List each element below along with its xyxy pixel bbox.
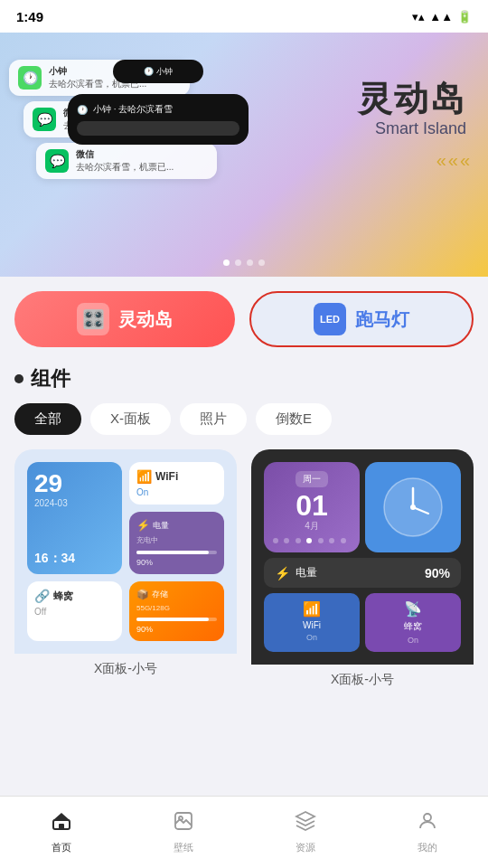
storage-icon: 📦 xyxy=(136,589,149,600)
w2-battery-row: ⚡ 电量 90% xyxy=(264,558,461,588)
w1-wifi-status: On xyxy=(136,487,217,497)
w1-storage-val: 90% xyxy=(136,625,217,634)
resources-icon xyxy=(295,810,316,837)
w2-battery-pct: 90% xyxy=(425,566,450,580)
nav-label-wallpaper: 壁纸 xyxy=(174,841,193,854)
w1-power-cell: ⚡ 电量 充电中 90% xyxy=(129,512,224,574)
w2-month: 4月 xyxy=(305,520,319,533)
dot-3 xyxy=(247,259,253,266)
w1-progress xyxy=(136,551,217,554)
marquee-label: 跑马灯 xyxy=(355,307,409,332)
filter-tab-all[interactable]: 全部 xyxy=(14,403,81,435)
svg-rect-5 xyxy=(59,824,64,829)
dot-4 xyxy=(258,259,265,266)
w2-wifi-bee-row: 📶 WiFi On 📡 蜂窝 On xyxy=(264,593,461,652)
notif-icon-wechat2: 💬 xyxy=(45,149,69,173)
di-progress xyxy=(77,121,239,136)
status-icons: ▾▴ ▲▲ 🔋 xyxy=(412,10,472,24)
status-bar: 1:49 ▾▴ ▲▲ 🔋 xyxy=(0,0,488,33)
w1-date: 2024-03 xyxy=(34,498,115,508)
dot-2 xyxy=(235,259,241,266)
widget-grid: 29 2024-03 16：34 📶 WiFi On xyxy=(0,449,488,706)
w2-calendar: 周一 01 4月 xyxy=(264,462,360,552)
w1-wifi-cell: 📶 WiFi On xyxy=(129,462,224,505)
banner-arrows: « « « xyxy=(436,150,470,171)
w1-bee-label: 蜂窝 xyxy=(53,590,73,603)
filter-tab-photo[interactable]: 照片 xyxy=(180,403,247,435)
w2-day: 01 xyxy=(296,491,328,520)
w1-wifi-label: WiFi xyxy=(155,470,178,483)
w2-bee-status: On xyxy=(408,636,418,645)
smart-island-icon: 🎛️ xyxy=(77,303,109,335)
nav-item-wallpaper[interactable]: 壁纸 xyxy=(158,807,209,858)
w2-clock xyxy=(365,462,461,552)
bottom-nav: 首页 壁纸 资源 我的 xyxy=(0,796,488,868)
w1-bee-cell: 🔗 蜂窝 Off xyxy=(27,581,122,641)
widget-card-light[interactable]: 29 2024-03 16：34 📶 WiFi On xyxy=(14,449,237,692)
nav-label-resources: 资源 xyxy=(296,841,315,854)
banner-content: 🕐 小钟 去哈尔滨看雪，机票已... 💬 微信 去哈尔滨看雪，机票已... 💬 … xyxy=(0,33,488,277)
marquee-button[interactable]: LED 跑马灯 xyxy=(249,291,474,347)
section-header: 组件 xyxy=(0,362,488,403)
notif-card-3: 💬 微信 去哈尔滨看雪，机票已... xyxy=(36,143,217,179)
w2-battery-label: ⚡ 电量 xyxy=(275,565,317,580)
w1-bee-status: Off xyxy=(34,607,115,617)
section-title: 组件 xyxy=(31,365,70,392)
w1-row2: 🔗 蜂窝 Off 📦 存储 55G/128G 90% xyxy=(27,581,224,641)
home-icon xyxy=(51,810,72,837)
nav-item-home[interactable]: 首页 xyxy=(36,807,87,858)
widget-dark-inner: 周一 01 4月 xyxy=(251,449,474,665)
w2-wifi-label: WiFi xyxy=(303,620,321,630)
bee-icon: 🔗 xyxy=(34,589,50,603)
feature-buttons: 🎛️ 灵动岛 LED 跑马灯 xyxy=(0,277,488,362)
di-expanded: 🕐小钟 · 去哈尔滨看雪 xyxy=(68,94,249,145)
w1-storage-progress xyxy=(136,618,217,621)
dot-1 xyxy=(223,259,230,266)
arrow-icon-3: « xyxy=(460,150,470,171)
w1-storage-fill xyxy=(136,618,209,621)
w1-charging: 充电中 xyxy=(136,535,217,545)
notif-text-3: 微信 去哈尔滨看雪，机票已... xyxy=(76,148,174,174)
w1-date-cell: 29 2024-03 16：34 xyxy=(27,462,122,574)
banner-dots xyxy=(223,259,265,266)
status-time: 1:49 xyxy=(16,9,43,24)
section-dot xyxy=(14,374,23,383)
banner: 🕐 小钟 去哈尔滨看雪，机票已... 💬 微信 去哈尔滨看雪，机票已... 💬 … xyxy=(0,33,488,277)
nav-item-resources[interactable]: 资源 xyxy=(280,807,331,858)
w1-power-label: 电量 xyxy=(153,520,169,532)
widget-light-inner: 29 2024-03 16：34 📶 WiFi On xyxy=(14,449,237,654)
di-demo: 🕐 小钟 🕐小钟 · 去哈尔滨看雪 xyxy=(9,60,307,145)
svg-point-3 xyxy=(410,505,416,510)
w1-storage-cell: 📦 存储 55G/128G 90% xyxy=(129,581,224,641)
widget-label-2: X面板-小号 xyxy=(251,665,474,692)
w2-top-row: 周一 01 4月 xyxy=(264,462,461,552)
widget-label-1: X面板-小号 xyxy=(14,654,237,681)
nav-label-home: 首页 xyxy=(52,841,71,854)
led-icon: LED xyxy=(314,303,346,335)
smart-island-label: 灵动岛 xyxy=(118,307,173,332)
smart-island-button[interactable]: 🎛️ 灵动岛 xyxy=(14,291,235,347)
w2-mini-cal xyxy=(273,538,351,543)
arrow-icon-1: « xyxy=(436,150,446,171)
signal-icon: ▲▲ xyxy=(429,10,453,24)
w1-progress-fill xyxy=(136,551,209,554)
w2-bee-label: 蜂窝 xyxy=(404,620,422,633)
clock-svg xyxy=(381,476,445,539)
led-text: LED xyxy=(320,314,340,325)
filter-tab-xpanel[interactable]: X-面板 xyxy=(90,403,171,435)
wifi-icon: ▾▴ xyxy=(412,10,425,24)
di-pill-small: 🕐 小钟 xyxy=(113,60,203,83)
nav-label-mine: 我的 xyxy=(418,841,437,854)
w1-storage-sub: 55G/128G xyxy=(136,604,217,612)
wifi-icon-w1: 📶 xyxy=(136,469,152,484)
banner-subtitle: Smart Island xyxy=(375,119,466,138)
w2-week: 周一 xyxy=(296,471,328,487)
w2-wifi-status: On xyxy=(306,633,317,642)
mine-icon xyxy=(417,810,438,837)
nav-item-mine[interactable]: 我的 xyxy=(402,807,453,858)
filter-tab-countdown[interactable]: 倒数E xyxy=(256,403,332,435)
w1-right-bottom: ⚡ 电量 充电中 90% xyxy=(129,512,224,574)
widget-card-dark[interactable]: 周一 01 4月 xyxy=(251,449,474,692)
banner-title: 灵动岛 xyxy=(358,76,466,122)
filter-tabs: 全部 X-面板 照片 倒数E xyxy=(0,403,488,449)
